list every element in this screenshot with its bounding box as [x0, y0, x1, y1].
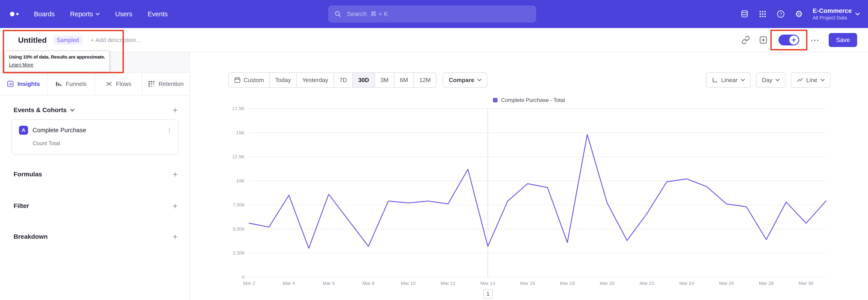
sampling-toggle[interactable]	[778, 35, 799, 46]
chevron-down-icon	[477, 79, 482, 81]
legend-swatch	[493, 98, 498, 102]
chevron-down-icon	[70, 109, 74, 112]
range-6m-button[interactable]: 6M	[394, 72, 414, 88]
svg-text:Mar 14: Mar 14	[480, 280, 495, 286]
range-7d-button[interactable]: 7D	[334, 72, 353, 88]
app-window: Boards Reports Users Events ? ⚙	[0, 0, 868, 300]
flows-icon	[105, 81, 112, 87]
apps-grid-icon[interactable]	[759, 10, 767, 18]
report-title[interactable]: Untitled	[18, 36, 47, 44]
nav-item-users[interactable]: Users	[115, 10, 132, 18]
help-icon[interactable]: ?	[776, 10, 785, 18]
report-type-tabs: Insights Funnels Flows Retention	[0, 73, 189, 95]
nav-item-events[interactable]: Events	[148, 10, 168, 18]
events-cohorts-label: Events & Cohorts	[13, 107, 67, 114]
chart-type-label: Line	[806, 77, 817, 84]
chart-type-selector[interactable]: Line	[791, 72, 831, 88]
tab-flows-label: Flows	[116, 81, 131, 88]
svg-text:Mar 4: Mar 4	[283, 280, 295, 286]
event-series-badge: A	[19, 126, 28, 135]
svg-text:Mar 18: Mar 18	[560, 280, 575, 286]
calendar-icon	[234, 77, 241, 83]
event-card[interactable]: A Complete Purchase ⋮ Count Total	[11, 119, 179, 155]
custom-date-button[interactable]: Custom	[228, 72, 270, 88]
scale-label: Linear	[721, 77, 737, 84]
search-bar[interactable]	[328, 5, 536, 23]
compare-button[interactable]: Compare	[443, 72, 487, 88]
tab-retention[interactable]: Retention	[143, 73, 189, 95]
add-formula-button[interactable]: +	[173, 170, 178, 179]
interval-selector[interactable]: Day	[756, 72, 785, 88]
events-cohorts-row: Events & Cohorts +	[13, 106, 178, 114]
legend-item[interactable]: Complete Purchase - Total	[493, 97, 565, 103]
svg-text:Mar 8: Mar 8	[362, 280, 375, 286]
add-event-button[interactable]: +	[173, 106, 178, 114]
svg-text:Mar 10: Mar 10	[401, 280, 415, 286]
svg-text:Mar 2: Mar 2	[243, 280, 255, 286]
data-management-icon[interactable]	[740, 10, 749, 18]
search-input[interactable]	[346, 10, 530, 18]
tab-insights[interactable]: Insights	[0, 73, 48, 95]
insights-chart-svg[interactable]: 02,5005,0007,50010K12.5K15K17.5KMar 2Mar…	[190, 107, 868, 290]
add-description[interactable]: + Add description...	[91, 37, 141, 43]
add-to-board-icon[interactable]	[759, 36, 768, 44]
tab-retention-label: Retention	[158, 81, 184, 88]
range-30d-button[interactable]: 30D	[352, 72, 375, 88]
query-sidebar: Insights Funnels Flows Retention Events …	[0, 53, 190, 300]
events-cohorts-header[interactable]: Events & Cohorts	[13, 107, 74, 114]
scale-selector[interactable]: Linear	[706, 72, 750, 88]
sampled-badge[interactable]: Sampled	[53, 35, 83, 45]
nav-item-reports[interactable]: Reports	[70, 10, 100, 18]
breakdown-label: Breakdown	[13, 233, 48, 240]
svg-text:17.5K: 17.5K	[232, 107, 245, 111]
svg-text:15K: 15K	[236, 130, 245, 135]
line-chart-icon	[797, 77, 803, 83]
project-switcher[interactable]: E-Commerce All Project Data	[813, 7, 860, 21]
add-breakdown-button[interactable]: +	[173, 232, 178, 241]
sampling-toggle-knob	[789, 35, 798, 44]
tab-funnels[interactable]: Funnels	[48, 73, 95, 95]
chevron-down-icon	[820, 79, 825, 81]
settings-gear-icon[interactable]: ⚙	[795, 10, 803, 18]
filter-label: Filter	[13, 202, 29, 210]
range-3m-button[interactable]: 3M	[375, 72, 395, 88]
sampling-tooltip: Using 10% of data. Results are approxima…	[4, 51, 110, 72]
retention-icon	[148, 81, 155, 87]
event-name[interactable]: Complete Purchase	[33, 127, 162, 134]
legend-label: Complete Purchase - Total	[501, 97, 565, 103]
nav-item-boards[interactable]: Boards	[34, 10, 55, 18]
date-range-toolbar: Custom Today Yesterday 7D 30D 3M 6M 12M …	[228, 72, 487, 88]
range-today-button[interactable]: Today	[270, 72, 297, 88]
svg-text:?: ?	[780, 12, 782, 17]
save-button[interactable]: Save	[829, 33, 857, 47]
sampling-tooltip-message: Using 10% of data. Results are approxima…	[9, 54, 105, 60]
breakdown-row: Breakdown +	[13, 232, 178, 241]
pagination-page-button[interactable]: 1	[483, 289, 493, 298]
lightning-bolt-icon	[791, 37, 797, 43]
project-name: E-Commerce	[813, 7, 852, 14]
svg-text:10K: 10K	[236, 178, 245, 183]
top-nav: Boards Reports Users Events ? ⚙	[0, 0, 868, 28]
add-filter-button[interactable]: +	[173, 202, 178, 210]
copy-link-icon[interactable]	[741, 36, 750, 44]
svg-text:5,000: 5,000	[232, 226, 245, 232]
svg-text:Mar 30: Mar 30	[799, 280, 813, 286]
chevron-down-icon	[96, 13, 100, 16]
compare-label: Compare	[449, 77, 474, 84]
range-12m-button[interactable]: 12M	[413, 72, 437, 88]
more-options-button[interactable]: ⋯	[810, 35, 819, 44]
chart-display-controls: Linear Day Line	[706, 72, 831, 88]
svg-text:Mar 22: Mar 22	[640, 280, 654, 286]
range-yesterday-button[interactable]: Yesterday	[296, 72, 334, 88]
report-header: Untitled Sampled + Add description... ⋯ …	[0, 28, 868, 53]
svg-text:0: 0	[242, 274, 245, 280]
tab-flows[interactable]: Flows	[95, 73, 143, 95]
search-icon	[335, 10, 341, 18]
svg-text:2,500: 2,500	[232, 250, 245, 256]
learn-more-link[interactable]: Learn More	[9, 62, 33, 67]
svg-text:12.5K: 12.5K	[232, 154, 245, 159]
formulas-label: Formulas	[13, 171, 42, 178]
mixpanel-logo[interactable]	[10, 12, 19, 16]
event-metric-selector[interactable]: Count Total	[33, 140, 60, 147]
event-options-kebab[interactable]: ⋮	[166, 127, 173, 134]
